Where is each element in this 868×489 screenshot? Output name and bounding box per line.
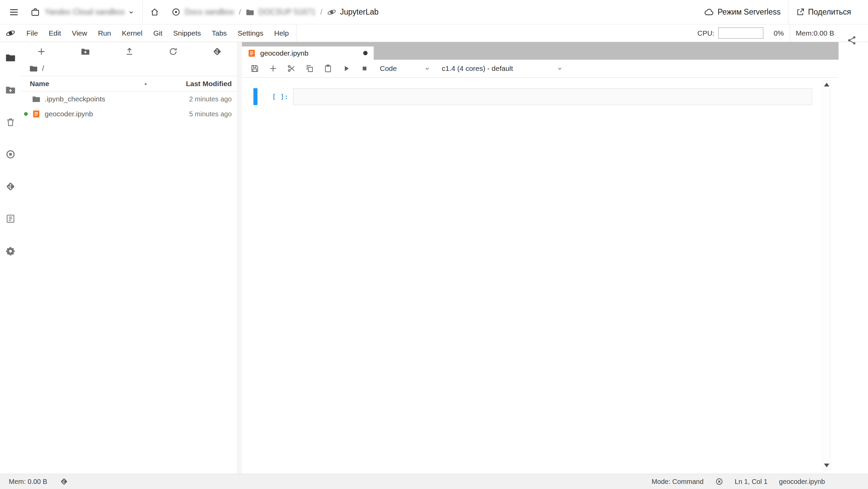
file-row-checkpoints[interactable]: .ipynb_checkpoints 2 minutes ago <box>21 92 237 106</box>
new-folder-button[interactable] <box>81 47 90 56</box>
settings-gear-icon <box>5 246 16 256</box>
jupyter-planet-icon <box>5 28 16 38</box>
hamburger-icon <box>9 7 19 17</box>
status-bar: Mem: 0.00 B Mode: Command Ln 1, Col 1 ge… <box>0 474 868 489</box>
cell-prompt: [ ]: <box>257 88 293 105</box>
command-mode-indicator[interactable]: Mode: Command <box>652 478 703 486</box>
share-label[interactable]: Поделиться <box>808 7 851 17</box>
menu-tabs[interactable]: Tabs <box>206 24 232 42</box>
workspace: / Name Last Modified .ipynb_checkpoints … <box>0 42 868 474</box>
save-button[interactable] <box>250 64 259 73</box>
notebook-scrollbar[interactable] <box>822 80 831 470</box>
sidebar-item-filebrowser[interactable] <box>4 50 17 65</box>
notification-status-wrap[interactable] <box>715 477 723 486</box>
menu-view[interactable]: View <box>66 24 92 42</box>
trash-icon <box>5 117 16 127</box>
panel-splitter[interactable] <box>238 42 242 474</box>
file-browser-toolbar <box>21 42 237 61</box>
cell-collapser[interactable] <box>253 88 257 105</box>
unsaved-changes-dot[interactable] <box>363 51 368 55</box>
sidebar-item-new-folder[interactable] <box>4 82 17 98</box>
workspace-name[interactable]: Yandex Cloud sandbox <box>45 7 125 17</box>
project-name[interactable]: Docs sandbox <box>185 7 234 17</box>
menu-edit[interactable]: Edit <box>43 24 66 42</box>
serverless-mode-button[interactable] <box>704 7 714 17</box>
chevron-down-icon <box>424 65 431 72</box>
share-arrow-icon <box>796 8 805 17</box>
menu-run[interactable]: Run <box>92 24 117 42</box>
sidebar-item-trash[interactable] <box>4 114 17 130</box>
share-nodes-icon <box>847 35 857 45</box>
cursor-position[interactable]: Ln 1, Col 1 <box>735 478 768 486</box>
file-modified: 2 minutes ago <box>189 95 232 103</box>
list-panel-icon <box>5 214 16 224</box>
jupyter-menubar: File Edit View Run Kernel Git Snippets T… <box>0 24 868 42</box>
cut-cell-button[interactable] <box>287 64 296 73</box>
share-button[interactable] <box>796 8 805 17</box>
home-button[interactable] <box>150 7 159 17</box>
hamburger-menu-button[interactable] <box>9 7 19 17</box>
tab-bar: geocoder.ipynb <box>242 42 839 60</box>
menu-help[interactable]: Help <box>269 24 294 42</box>
copy-cell-button[interactable] <box>305 64 314 73</box>
project-icon <box>171 7 181 17</box>
menubar-divider <box>296 24 296 42</box>
usage-divider <box>790 24 790 42</box>
git-icon <box>60 477 68 486</box>
file-row-notebook[interactable]: geocoder.ipynb 5 minutes ago <box>21 106 237 121</box>
root-folder-button[interactable] <box>29 64 38 73</box>
share-nodes-button[interactable] <box>847 35 857 45</box>
menu-settings[interactable]: Settings <box>232 24 269 42</box>
git-icon <box>5 181 16 192</box>
sort-by-name-header[interactable]: Name <box>30 80 148 88</box>
sidebar-item-settings[interactable] <box>4 243 17 259</box>
menu-kernel[interactable]: Kernel <box>117 24 148 42</box>
briefcase-icon <box>30 7 40 17</box>
cell-type-select[interactable]: Code <box>380 64 431 73</box>
menu-git[interactable]: Git <box>148 24 168 42</box>
stop-icon <box>361 65 368 72</box>
file-browser-panel: / Name Last Modified .ipynb_checkpoints … <box>21 42 238 474</box>
sidebar-item-snippets-list[interactable] <box>4 211 17 227</box>
file-modified: 5 minutes ago <box>189 110 232 118</box>
name-column-label: Name <box>30 80 49 88</box>
kernel-select[interactable]: c1.4 (4 cores) - default <box>442 64 563 73</box>
notebook-icon <box>247 49 256 58</box>
save-icon <box>250 64 259 73</box>
right-gutter <box>839 42 868 474</box>
sidebar-item-running-kernels[interactable] <box>4 146 17 162</box>
add-cell-button[interactable] <box>269 64 277 73</box>
scroll-up-arrow-icon[interactable] <box>824 83 829 86</box>
tab-geocoder-notebook[interactable]: geocoder.ipynb <box>242 46 374 60</box>
resource-usage: CPU: 0% Mem:0.00 B <box>697 24 868 42</box>
serverless-mode-label[interactable]: Режим Serverless <box>718 7 781 17</box>
plus-icon <box>269 64 277 73</box>
sidebar-item-git[interactable] <box>4 179 17 194</box>
run-cell-button[interactable] <box>342 64 351 73</box>
menu-snippets[interactable]: Snippets <box>168 24 206 42</box>
new-folder-icon <box>5 84 16 95</box>
sort-by-modified-header[interactable]: Last Modified <box>148 80 232 88</box>
paste-cell-button[interactable] <box>324 64 332 73</box>
upload-button[interactable] <box>125 47 134 56</box>
plus-icon <box>37 47 46 56</box>
cloud-topbar: Yandex Cloud sandbox Docs sandbox / DOCS… <box>0 0 868 24</box>
topbar-divider <box>142 0 143 24</box>
cpu-label: CPU: <box>697 29 714 37</box>
workspace-switcher-button[interactable] <box>127 8 135 16</box>
cell-input[interactable] <box>293 88 812 105</box>
new-launcher-button[interactable] <box>37 47 46 56</box>
file-browser-breadcrumb: / <box>21 61 237 76</box>
breadcrumb-root[interactable]: / <box>42 64 44 73</box>
file-name: .ipynb_checkpoints <box>45 95 105 103</box>
interrupt-kernel-button[interactable] <box>360 64 369 73</box>
folder-crumb-name[interactable]: DOCSUP 51671 <box>259 7 315 17</box>
folder-icon <box>5 52 16 63</box>
refresh-button[interactable] <box>168 47 178 56</box>
scroll-down-arrow-icon[interactable] <box>824 464 829 467</box>
refresh-icon <box>168 47 178 56</box>
menu-file[interactable]: File <box>21 24 43 42</box>
status-right: Mode: Command Ln 1, Col 1 geocoder.ipynb <box>652 477 825 486</box>
git-open-button[interactable] <box>212 47 222 56</box>
folder-icon <box>29 64 38 73</box>
